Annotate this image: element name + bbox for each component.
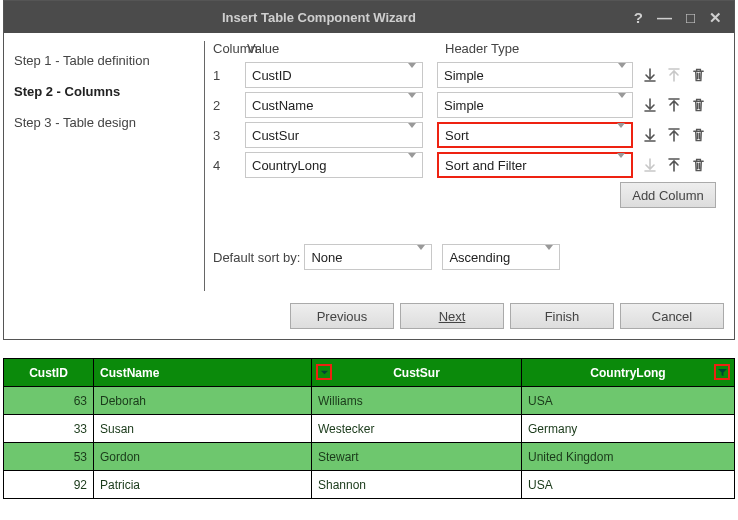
cell-custname: Gordon: [94, 443, 312, 471]
button-bar: Previous Next Finish Cancel: [4, 293, 734, 339]
header-type-text: Simple: [444, 68, 484, 83]
default-sort-dropdown[interactable]: None: [304, 244, 432, 270]
rows-container: 1CustIDSimple2CustNameSimple3CustSurSort…: [213, 62, 724, 178]
row-number: 3: [213, 128, 245, 143]
move-up-icon[interactable]: [665, 96, 683, 114]
column-row: 4CountryLongSort and Filter: [213, 152, 724, 178]
sort-direction-value: Ascending: [449, 250, 510, 265]
move-up-icon[interactable]: [665, 156, 683, 174]
header-type: Header Type: [445, 41, 651, 56]
chevron-down-icon: [408, 68, 416, 83]
move-up-icon: [665, 66, 683, 84]
cell-custid: 63: [4, 387, 94, 415]
preview-header-custid[interactable]: CustID: [4, 359, 94, 387]
value-dropdown[interactable]: CustSur: [245, 122, 423, 148]
cell-custname: Susan: [94, 415, 312, 443]
chevron-down-icon: [618, 98, 626, 113]
header-type-text: Sort: [445, 128, 469, 143]
help-button[interactable]: ?: [634, 10, 643, 25]
header-type-dropdown[interactable]: Sort: [437, 122, 633, 148]
cell-custsur: Williams: [312, 387, 522, 415]
wizard-steps: Step 1 - Table definition Step 2 - Colum…: [14, 41, 204, 291]
next-button[interactable]: Next: [400, 303, 504, 329]
header-type-text: Sort and Filter: [445, 158, 527, 173]
value-text: CustID: [252, 68, 292, 83]
column-row: 1CustIDSimple: [213, 62, 724, 88]
default-sort-value: None: [311, 250, 342, 265]
header-column: Column: [213, 41, 245, 56]
cell-custsur: Shannon: [312, 471, 522, 499]
move-down-icon[interactable]: [641, 66, 659, 84]
delete-icon[interactable]: [689, 126, 707, 144]
wizard-dialog: Insert Table Component Wizard ? — □ ✕ St…: [3, 0, 735, 340]
move-down-icon: [641, 156, 659, 174]
dialog-title: Insert Table Component Wizard: [4, 10, 634, 25]
chevron-down-icon: [417, 250, 425, 265]
preview-header-custsur[interactable]: CustSur: [312, 359, 522, 387]
header-type-text: Simple: [444, 98, 484, 113]
header-type-dropdown[interactable]: Sort and Filter: [437, 152, 633, 178]
table-row: 63DeborahWilliamsUSA: [4, 387, 735, 415]
chevron-down-icon: [618, 68, 626, 83]
cell-countrylong: USA: [522, 387, 735, 415]
sort-icon[interactable]: [316, 364, 332, 380]
header-type-dropdown[interactable]: Simple: [437, 62, 633, 88]
preview-body: 63DeborahWilliamsUSA33SusanWesteckerGerm…: [4, 387, 735, 499]
preview-header-custname[interactable]: CustName: [94, 359, 312, 387]
preview-table: CustID CustName CustSur CountryLong 63De…: [3, 358, 735, 499]
chevron-down-icon: [408, 128, 416, 143]
header-value: Value: [245, 41, 445, 56]
cell-custid: 53: [4, 443, 94, 471]
cell-custsur: Westecker: [312, 415, 522, 443]
move-down-icon[interactable]: [641, 96, 659, 114]
sort-direction-dropdown[interactable]: Ascending: [442, 244, 560, 270]
chevron-down-icon: [545, 250, 553, 265]
cancel-button[interactable]: Cancel: [620, 303, 724, 329]
default-sort-label: Default sort by:: [213, 250, 300, 265]
cell-custid: 33: [4, 415, 94, 443]
chevron-down-icon: [408, 98, 416, 113]
row-number: 4: [213, 158, 245, 173]
chevron-down-icon: [617, 158, 625, 173]
row-icon-group: [641, 66, 707, 84]
vertical-divider: [204, 41, 205, 291]
value-text: CustName: [252, 98, 313, 113]
value-dropdown[interactable]: CustID: [245, 62, 423, 88]
value-text: CustSur: [252, 128, 299, 143]
table-row: 53GordonStewartUnited Kingdom: [4, 443, 735, 471]
finish-button[interactable]: Finish: [510, 303, 614, 329]
add-column-row: Add Column: [213, 182, 716, 208]
move-up-icon[interactable]: [665, 126, 683, 144]
maximize-button[interactable]: □: [686, 10, 695, 25]
value-dropdown[interactable]: CustName: [245, 92, 423, 118]
delete-icon[interactable]: [689, 66, 707, 84]
cell-custname: Patricia: [94, 471, 312, 499]
delete-icon[interactable]: [689, 156, 707, 174]
move-down-icon[interactable]: [641, 126, 659, 144]
cell-custname: Deborah: [94, 387, 312, 415]
value-dropdown[interactable]: CountryLong: [245, 152, 423, 178]
chevron-down-icon: [408, 158, 416, 173]
column-headers-row: Column Value Header Type: [213, 41, 724, 56]
row-icon-group: [641, 156, 707, 174]
step-3[interactable]: Step 3 - Table design: [14, 107, 204, 138]
step-1[interactable]: Step 1 - Table definition: [14, 45, 204, 76]
close-button[interactable]: ✕: [709, 10, 722, 25]
row-number: 1: [213, 68, 245, 83]
cell-countrylong: USA: [522, 471, 735, 499]
header-type-dropdown[interactable]: Simple: [437, 92, 633, 118]
column-row: 3CustSurSort: [213, 122, 724, 148]
minimize-button[interactable]: —: [657, 10, 672, 25]
previous-button[interactable]: Previous: [290, 303, 394, 329]
row-number: 2: [213, 98, 245, 113]
filter-icon[interactable]: [714, 364, 730, 380]
step-2[interactable]: Step 2 - Columns: [14, 76, 204, 107]
preview-header-countrylong[interactable]: CountryLong: [522, 359, 735, 387]
value-text: CountryLong: [252, 158, 326, 173]
add-column-button[interactable]: Add Column: [620, 182, 716, 208]
cell-custsur: Stewart: [312, 443, 522, 471]
cell-countrylong: United Kingdom: [522, 443, 735, 471]
delete-icon[interactable]: [689, 96, 707, 114]
row-icon-group: [641, 96, 707, 114]
dialog-body: Step 1 - Table definition Step 2 - Colum…: [4, 33, 734, 293]
